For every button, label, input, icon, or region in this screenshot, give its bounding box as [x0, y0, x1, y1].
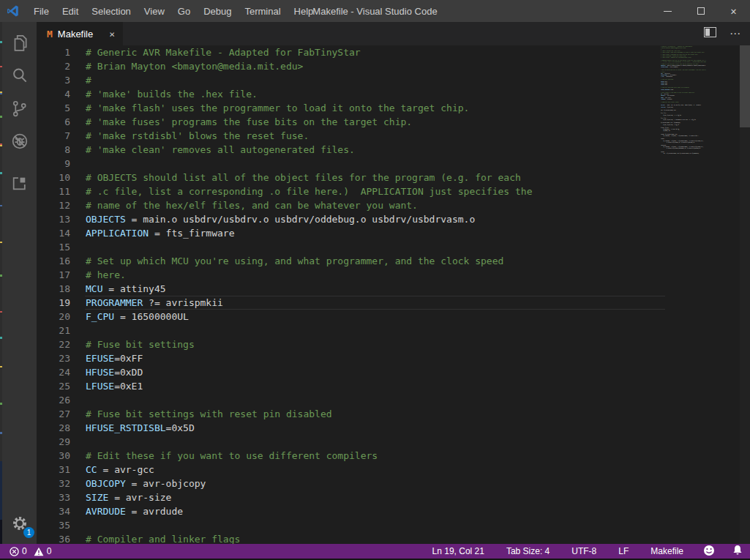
minimap[interactable]: # Generic AVR Makefile - Adapted for Fab… — [661, 45, 706, 529]
code-line-21[interactable]: 21 — [37, 324, 750, 337]
code-line-27[interactable]: 27# Fuse bit settings with reset pin dis… — [37, 407, 750, 421]
code-line-14[interactable]: 14APPLICATION = fts_firmware — [37, 226, 750, 240]
line-number[interactable]: 10 — [37, 171, 70, 184]
code-line-30[interactable]: 30# Edit these if you want to use differ… — [37, 449, 750, 463]
code-line-28[interactable]: 28HFUSE_RSTDISBL=0x5D — [37, 421, 750, 435]
line-number[interactable]: 28 — [37, 421, 70, 435]
code-line-10[interactable]: 10# OBJECTS should list all of the objec… — [37, 171, 750, 184]
code-line-15[interactable]: 15 — [37, 240, 750, 254]
line-number[interactable]: 11 — [37, 184, 70, 198]
line-number[interactable]: 12 — [37, 198, 70, 212]
line-number[interactable]: 22 — [37, 337, 70, 351]
code-line-22[interactable]: 22# Fuse bit settings — [37, 337, 750, 351]
line-number[interactable]: 13 — [37, 212, 70, 226]
explorer-icon[interactable] — [2, 28, 37, 57]
line-number[interactable]: 8 — [37, 143, 70, 157]
line-number[interactable]: 1 — [37, 45, 70, 59]
code-line-11[interactable]: 11# .c file, list a corresponding .o fil… — [37, 184, 750, 198]
line-number[interactable]: 31 — [37, 463, 70, 477]
line-number[interactable]: 30 — [37, 449, 70, 463]
line-number[interactable]: 32 — [37, 477, 70, 490]
code-line-12[interactable]: 12# name of the hex/elf files, and can b… — [37, 198, 750, 212]
line-number[interactable]: 19 — [37, 296, 70, 310]
line-number[interactable]: 9 — [37, 157, 70, 171]
code-line-16[interactable]: 16# Set up which MCU you're using, and w… — [37, 254, 750, 268]
line-number[interactable]: 20 — [37, 310, 70, 324]
line-number[interactable]: 5 — [37, 101, 70, 115]
search-icon[interactable] — [2, 61, 37, 90]
tab-makefile[interactable]: M Makefile × — [37, 22, 123, 45]
status-cursor-position[interactable]: Ln 19, Col 21 — [430, 546, 487, 556]
problems-indicator[interactable]: 0 0 — [7, 546, 53, 556]
line-number[interactable]: 29 — [37, 435, 70, 449]
code-line-4[interactable]: 4# 'make' builds the .hex file. — [37, 87, 750, 101]
line-number[interactable]: 34 — [37, 504, 70, 518]
menu-go[interactable]: Go — [171, 0, 197, 22]
code-line-23[interactable]: 23EFUSE=0xFF — [37, 351, 750, 365]
line-number[interactable]: 17 — [37, 268, 70, 282]
code-line-34[interactable]: 34AVRDUDE = avrdude — [37, 504, 750, 518]
line-number[interactable]: 33 — [37, 490, 70, 504]
menu-selection[interactable]: Selection — [85, 0, 137, 22]
menu-help[interactable]: Help — [288, 0, 320, 22]
scrollbar-thumb[interactable] — [740, 45, 750, 127]
code-line-18[interactable]: 18MCU = attiny45 — [37, 282, 750, 296]
tab-close-icon[interactable]: × — [107, 29, 117, 40]
code-line-5[interactable]: 5# 'make flash' uses the programmer to l… — [37, 101, 750, 115]
line-number[interactable]: 21 — [37, 324, 70, 337]
code-line-1[interactable]: 1# Generic AVR Makefile - Adapted for Fa… — [37, 45, 750, 59]
line-number[interactable]: 26 — [37, 393, 70, 407]
editor-pane[interactable]: 1# Generic AVR Makefile - Adapted for Fa… — [37, 45, 750, 544]
code-line-20[interactable]: 20F_CPU = 16500000UL — [37, 310, 750, 324]
line-number[interactable]: 16 — [37, 254, 70, 268]
code-line-3[interactable]: 3# — [37, 73, 750, 87]
line-number[interactable]: 25 — [37, 379, 70, 393]
menu-view[interactable]: View — [138, 0, 171, 22]
code-line-33[interactable]: 33SIZE = avr-size — [37, 490, 750, 504]
line-number[interactable]: 4 — [37, 87, 70, 101]
code-line-19[interactable]: 19PROGRAMMER ?= avrispmkii — [37, 296, 750, 310]
status-encoding[interactable]: UTF-8 — [569, 546, 599, 556]
code-line-17[interactable]: 17# here. — [37, 268, 750, 282]
feedback-smiley-icon[interactable] — [703, 545, 715, 559]
code-line-36[interactable]: 36# Compiler and linker flags — [37, 532, 750, 544]
close-icon[interactable]: ✕ — [717, 0, 750, 22]
line-number[interactable]: 2 — [37, 59, 70, 73]
status-eol-sequence[interactable]: LF — [616, 546, 631, 556]
split-editor-icon[interactable] — [704, 27, 716, 40]
code-line-29[interactable]: 29 — [37, 435, 750, 449]
source-control-icon[interactable] — [2, 94, 37, 123]
line-number[interactable]: 24 — [37, 365, 70, 379]
code-line-35[interactable]: 35 — [37, 518, 750, 532]
code-line-31[interactable]: 31CC = avr-gcc — [37, 463, 750, 477]
line-number[interactable]: 7 — [37, 129, 70, 143]
code-line-32[interactable]: 32OBJCOPY = avr-objcopy — [37, 477, 750, 490]
editor-scrollbar[interactable] — [740, 45, 750, 544]
code-line-6[interactable]: 6# 'make fuses' programs the fuse bits o… — [37, 115, 750, 129]
code-line-13[interactable]: 13OBJECTS = main.o usbdrv/usbdrv.o usbdr… — [37, 212, 750, 226]
line-number[interactable]: 14 — [37, 226, 70, 240]
bell-icon[interactable] — [732, 545, 743, 558]
line-number[interactable]: 27 — [37, 407, 70, 421]
line-number[interactable]: 35 — [37, 518, 70, 532]
minimize-icon[interactable] — [651, 0, 684, 22]
status-indentation[interactable]: Tab Size: 4 — [504, 546, 552, 556]
code-line-8[interactable]: 8# 'make clean' removes all autogenerate… — [37, 143, 750, 157]
manage-button[interactable]: 1 — [2, 509, 37, 538]
code-line-7[interactable]: 7# 'make rstdisbl' blows the reset fuse. — [37, 129, 750, 143]
debug-icon[interactable] — [2, 127, 37, 156]
code-line-2[interactable]: 2# Brian Mayton <bmayton@media.mit.edu> — [37, 59, 750, 73]
line-number[interactable]: 3 — [37, 73, 70, 87]
code-line-24[interactable]: 24HFUSE=0xDD — [37, 365, 750, 379]
status-language-mode[interactable]: Makefile — [648, 546, 686, 556]
menu-terminal[interactable]: Terminal — [238, 0, 287, 22]
code-line-9[interactable]: 9 — [37, 157, 750, 171]
code-line-26[interactable]: 26 — [37, 393, 750, 407]
line-number[interactable]: 6 — [37, 115, 70, 129]
code-line-25[interactable]: 25LFUSE=0xE1 — [37, 379, 750, 393]
extensions-icon[interactable] — [2, 168, 37, 198]
maximize-icon[interactable] — [684, 0, 717, 22]
more-actions-icon[interactable]: ⋯ — [725, 27, 746, 40]
line-number[interactable]: 18 — [37, 282, 70, 296]
line-number[interactable]: 15 — [37, 240, 70, 254]
